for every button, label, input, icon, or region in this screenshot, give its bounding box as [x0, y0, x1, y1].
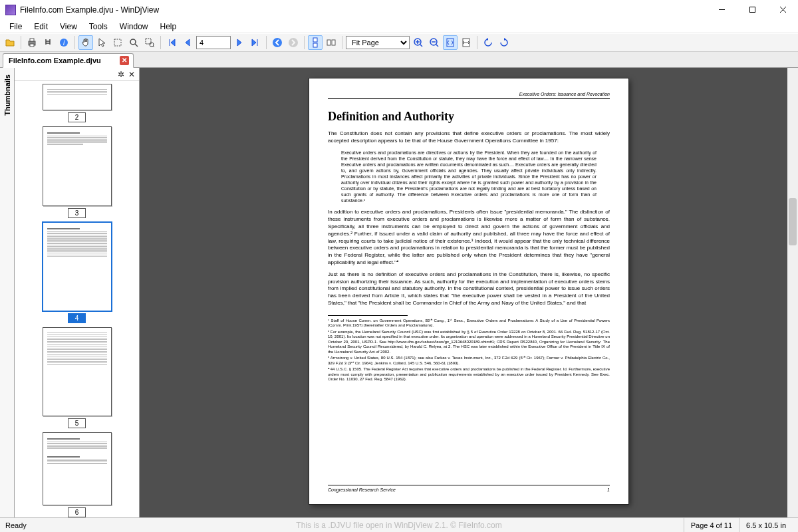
- thumbnail-number: 6: [68, 507, 86, 517]
- svg-rect-12: [313, 38, 317, 42]
- menu-edit[interactable]: Edit: [29, 21, 53, 33]
- close-button[interactable]: [767, 0, 798, 19]
- svg-rect-2: [30, 39, 34, 41]
- nav-back-button[interactable]: [270, 35, 285, 50]
- minimize-button[interactable]: [706, 0, 737, 19]
- svg-point-7: [130, 39, 136, 45]
- zoom-out-button[interactable]: [427, 35, 442, 50]
- print-button[interactable]: [25, 35, 39, 50]
- thumbnail-page[interactable]: [43, 327, 112, 416]
- toolbar: i Fit Page: [0, 33, 798, 52]
- thumbnail-number: 4: [68, 313, 86, 323]
- fit-page-button[interactable]: [443, 35, 458, 50]
- footnote: ¹ Staff of House Comm. on Government Ope…: [328, 319, 610, 329]
- nav-forward-button[interactable]: [286, 35, 301, 50]
- open-button[interactable]: [3, 35, 17, 50]
- footnote-rule: [328, 315, 408, 316]
- menu-bar: File Edit View Tools Window Help: [0, 20, 798, 33]
- menu-window[interactable]: Window: [114, 21, 154, 33]
- page-viewer[interactable]: Executive Orders: Issuance and Revocatio…: [140, 68, 798, 517]
- svg-rect-0: [749, 7, 755, 13]
- svg-rect-3: [30, 44, 34, 47]
- page-number-input[interactable]: [196, 36, 231, 49]
- menu-file[interactable]: File: [4, 21, 27, 33]
- blockquote: Executive orders and proclamations are d…: [341, 150, 597, 204]
- last-page-button[interactable]: [248, 35, 263, 50]
- continuous-layout-button[interactable]: [308, 35, 323, 50]
- thumbnail-page-current[interactable]: [43, 222, 112, 311]
- menu-view[interactable]: View: [55, 21, 82, 33]
- select-tool-button[interactable]: [94, 35, 109, 50]
- thumbnails-header: ✲ ✕: [15, 68, 139, 81]
- thumbnails-close-icon[interactable]: ✕: [128, 70, 135, 79]
- menu-help[interactable]: Help: [155, 21, 182, 33]
- thumbnail-page[interactable]: [43, 126, 112, 206]
- thumbnail-page[interactable]: [43, 432, 112, 505]
- thumbnail-number: 5: [68, 418, 86, 428]
- status-ready: Ready: [5, 521, 27, 529]
- thumbnail-number: 3: [68, 208, 86, 218]
- marquee-zoom-button[interactable]: [142, 35, 157, 50]
- svg-rect-14: [327, 40, 331, 45]
- thumbnail-number: 2: [68, 112, 86, 122]
- thumbnails-list[interactable]: 2 3 4 5 6: [15, 81, 139, 517]
- body-paragraph: Just as there is no definition of execut…: [328, 271, 610, 307]
- menu-tools[interactable]: Tools: [84, 21, 113, 33]
- first-page-button[interactable]: [164, 35, 179, 50]
- body-paragraph: The Constitution does not contain any pr…: [328, 130, 610, 145]
- thumbnails-tab[interactable]: Thumbnails: [0, 68, 15, 517]
- rotate-left-button[interactable]: [481, 35, 495, 50]
- svg-point-10: [273, 38, 282, 47]
- document-tab-label: FileInfo.com Example.djvu: [9, 57, 101, 65]
- page-footer-left: Congressional Research Service: [328, 487, 396, 492]
- maximize-button[interactable]: [737, 0, 767, 19]
- rotate-right-button[interactable]: [497, 35, 511, 50]
- tab-close-button[interactable]: ✕: [120, 56, 129, 65]
- thumbnails-settings-icon[interactable]: ✲: [118, 70, 124, 79]
- thumbnail-page[interactable]: [43, 84, 112, 110]
- document-page: Executive Orders: Issuance and Revocatio…: [309, 78, 628, 504]
- vertical-scrollbar[interactable]: [787, 68, 798, 517]
- page-footer-right: 1: [607, 487, 610, 492]
- status-watermark: This is a .DJVU file open in WinDjView 2…: [296, 521, 501, 530]
- svg-rect-15: [332, 40, 335, 45]
- facing-layout-button[interactable]: [324, 35, 338, 50]
- window-title: FileInfo.com Example.djvu - WinDjView: [20, 5, 706, 15]
- body-paragraph: In addition to executive orders and proc…: [328, 209, 610, 266]
- document-tab[interactable]: FileInfo.com Example.djvu ✕: [3, 53, 134, 68]
- status-bar: Ready This is a .DJVU file open in WinDj…: [0, 517, 798, 532]
- zoom-in-button[interactable]: [411, 35, 426, 50]
- info-button[interactable]: i: [57, 35, 71, 50]
- sidebar: Thumbnails ✲ ✕ 2 3 4 5 6: [0, 68, 140, 517]
- status-page: Page 4 of 11: [684, 518, 739, 532]
- fit-width-button[interactable]: [459, 35, 473, 50]
- page-heading: Definition and Authority: [328, 110, 610, 124]
- footnote: ² For example, the Homeland Security Cou…: [328, 330, 610, 355]
- running-head: Executive Orders: Issuance and Revocatio…: [328, 92, 610, 99]
- document-tabstrip: FileInfo.com Example.djvu ✕: [0, 52, 798, 68]
- app-icon: [5, 5, 16, 15]
- marquee-tool-button[interactable]: [110, 35, 125, 50]
- magnify-tool-button[interactable]: [126, 35, 141, 50]
- footnote: ⁴ 44 U.S.C. § 1505. The Federal Register…: [328, 367, 610, 382]
- footnote: ³ Armstrong v. United States, 80 U.S. 15…: [328, 356, 610, 366]
- status-size: 6.5 x 10.5 in: [739, 518, 793, 532]
- svg-point-11: [289, 38, 298, 47]
- hand-tool-button[interactable]: [78, 35, 93, 50]
- prev-page-button[interactable]: [180, 35, 195, 50]
- svg-rect-13: [313, 43, 317, 47]
- svg-rect-6: [114, 39, 121, 46]
- title-bar: FileInfo.com Example.djvu - WinDjView: [0, 0, 798, 20]
- next-page-button[interactable]: [232, 35, 247, 50]
- find-button[interactable]: [41, 35, 55, 50]
- zoom-select[interactable]: Fit Page: [346, 36, 410, 49]
